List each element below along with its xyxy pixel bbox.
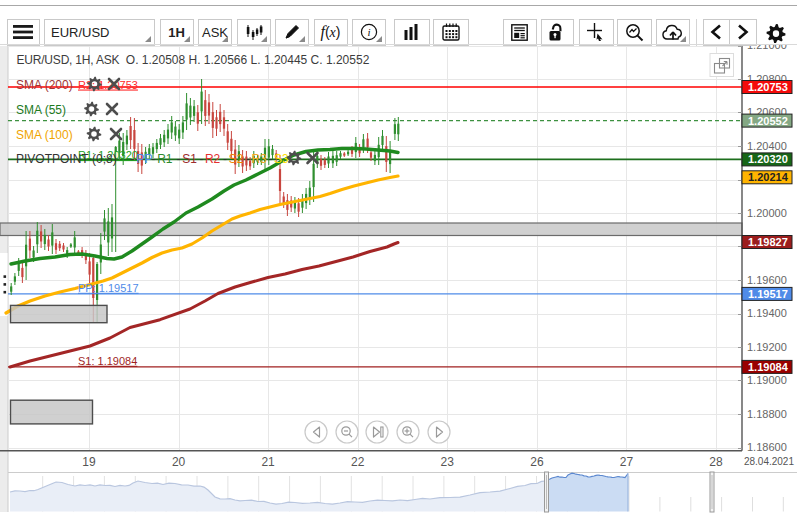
svg-text:26: 26: [530, 455, 544, 469]
svg-text:SMA (100): SMA (100): [16, 128, 73, 142]
svg-text:i: i: [367, 26, 370, 38]
svg-text:1.20753: 1.20753: [748, 81, 788, 93]
svg-text:PP: 1.19517: PP: 1.19517: [78, 282, 139, 294]
svg-text:1.18600: 1.18600: [747, 441, 787, 453]
svg-text:SMA (200): SMA (200): [16, 78, 73, 92]
svg-text:SMA (55): SMA (55): [16, 103, 66, 117]
svg-text:PIVOTPOINT-(0;8)-PP-R1-S1-R2-S: PIVOTPOINT-(0;8)-PP-R1-S1-R2-S2-R3-S3: [16, 152, 289, 166]
svg-text:28.04.2021: 28.04.2021: [744, 456, 794, 467]
svg-text:1.19200: 1.19200: [747, 341, 787, 353]
svg-text:1.19084: 1.19084: [748, 361, 789, 373]
svg-text:1.20552: 1.20552: [748, 115, 788, 127]
svg-text:1.19517: 1.19517: [748, 288, 788, 300]
svg-text:1.18800: 1.18800: [747, 408, 787, 420]
svg-text:1.20000: 1.20000: [747, 207, 787, 219]
svg-text:20: 20: [172, 455, 186, 469]
svg-text:22: 22: [351, 455, 365, 469]
svg-text:1.20400: 1.20400: [747, 140, 787, 152]
svg-text:27: 27: [620, 455, 634, 469]
svg-text:1.20320: 1.20320: [748, 153, 788, 165]
svg-text:1.19600: 1.19600: [747, 274, 787, 286]
svg-text:23: 23: [441, 455, 455, 469]
svg-text:1.19400: 1.19400: [747, 307, 787, 319]
svg-text:28: 28: [709, 455, 723, 469]
svg-text:S1: 1.19084: S1: 1.19084: [78, 355, 137, 367]
svg-text:1.20214: 1.20214: [748, 171, 789, 183]
svg-text:1.19000: 1.19000: [747, 374, 787, 386]
svg-text:1.19827: 1.19827: [748, 236, 788, 248]
svg-text:19: 19: [82, 455, 96, 469]
svg-text:EUR/USD, 1H, ASKO. 1.20508 H.: EUR/USD, 1H, ASKO. 1.20508 H. 1.20566 L.…: [17, 53, 370, 67]
svg-text:21: 21: [261, 455, 275, 469]
